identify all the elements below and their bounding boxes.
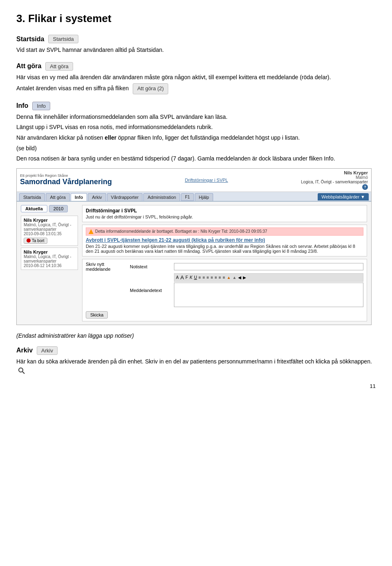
toolbar-align2[interactable]: ≡ xyxy=(203,275,205,280)
att-gora-count-badge: Att göra (2) xyxy=(133,83,168,94)
svpl-driftstorning-link[interactable]: Driftstörningar i SVPL xyxy=(185,178,228,183)
toolbar-list1[interactable]: ≡ xyxy=(211,275,213,280)
nav-tab-arkiv[interactable]: Arkiv xyxy=(88,193,106,201)
arkiv-description: Här kan du söka arkiverade ärenden på di… xyxy=(16,357,376,375)
nav-tab-administration[interactable]: Administration xyxy=(143,193,180,201)
nav-tab-hjalp[interactable]: Hjälp xyxy=(195,193,213,201)
info-text: Denna flik innehåller informationsmeddel… xyxy=(16,113,376,163)
att-gora-text: Här visas en vy med alla ärenden där anv… xyxy=(16,73,376,94)
svpl-nav: Startsida Att göra Info Arkiv Vårdrappor… xyxy=(17,192,371,202)
sidebar-detail-2: Malmö, Logica, IT, Övrigt - samverkanspa… xyxy=(24,254,75,263)
att-gora-desc1: Här visas en vy med alla ärenden där anv… xyxy=(16,73,376,82)
startsida-label: Startsida xyxy=(16,36,44,43)
message-title-1: Driftstörningar i SVPL xyxy=(86,208,363,214)
meddelandetext-textarea[interactable] xyxy=(174,283,363,307)
webbplatts-button[interactable]: Webbplatsåtgärder ▼ xyxy=(318,193,369,201)
att-gora-desc2: Antalet ärenden visas med en siffra på f… xyxy=(16,83,376,94)
toolbar-a[interactable]: A xyxy=(176,275,179,280)
toolbar-next[interactable]: ▶ xyxy=(243,275,246,280)
message-title-2[interactable]: Avbrott i SVPL-tjänsten helgen 21-22 aug… xyxy=(86,237,363,243)
toolbar-a-big[interactable]: A xyxy=(180,274,184,281)
toolbar-color1[interactable]: ▲ xyxy=(227,275,231,280)
svpl-sidebar: Aktuella 2010 Nils Kryger Malmö, Logica,… xyxy=(21,205,78,321)
info-italic-note: (Endast administratörer kan lägga upp no… xyxy=(16,332,376,339)
notistext-label: Notistext xyxy=(130,264,171,269)
toolbar-indent2[interactable]: ≡ xyxy=(223,275,225,280)
skicka-button[interactable]: Skicka xyxy=(86,311,108,319)
toolbar-align3[interactable]: ≡ xyxy=(207,275,209,280)
message-item-1: Driftstörningar i SVPL Just nu är det dr… xyxy=(82,205,367,222)
remove-icon-1 xyxy=(27,238,31,243)
svg-line-1 xyxy=(22,372,24,374)
info-section: Info Info Denna flik innehåller informat… xyxy=(16,102,376,339)
write-form-row2: Meddelandetext A A F K U ≡ ≡ ≡ xyxy=(86,273,363,308)
notistext-input[interactable] xyxy=(174,263,363,270)
startsida-description: Vid start av SVPL hamnar användaren allt… xyxy=(16,46,376,55)
svpl-screenshot: Ett projekt från Region Skåne Samordnad … xyxy=(16,168,372,325)
nav-tab-vardrapporter[interactable]: Vårdrapporter xyxy=(107,193,143,201)
help-icon[interactable]: ? xyxy=(362,184,368,190)
write-form-row1: Skriv nytt meddelande Notistext xyxy=(86,262,363,272)
info-desc4: (se bild) xyxy=(16,144,376,153)
deleted-notice-text: Detta informationsmeddelande är borttage… xyxy=(95,229,267,234)
remove-label-1: Ta bort xyxy=(32,238,45,243)
sidebar-date-2: 2010-08-12 14:10:36 xyxy=(24,263,75,268)
svpl-center-area: Driftstörningar i SVPL xyxy=(185,178,228,183)
toolbar-f[interactable]: F xyxy=(185,275,188,280)
svpl-user-area: Nils Kryger Malmö Logica, IT, Övrigt - s… xyxy=(301,170,368,190)
subtab-aktuella[interactable]: Aktuella xyxy=(21,205,47,212)
svpl-topbar: Ett projekt från Region Skåne Samordnad … xyxy=(17,169,371,192)
sidebar-date-1: 2010-09-08 13:01:35 xyxy=(24,232,75,236)
info-header: Info Info xyxy=(16,102,376,110)
info-desc2: Längst upp i SVPL visas en rosa notis, m… xyxy=(16,123,376,132)
svpl-user-location: Malmö xyxy=(301,175,368,180)
arkiv-label: Arkiv xyxy=(16,347,33,354)
write-section-label: Skriv nytt meddelande xyxy=(86,262,127,272)
sidebar-item-1: Nils Kryger Malmö, Logica, IT, Övrigt - … xyxy=(21,216,78,246)
meddelandetext-label: Meddelandetext xyxy=(130,288,171,293)
page-title: 3. Flikar i systemet xyxy=(16,12,376,25)
att-gora-header: Att göra Att göra xyxy=(16,62,376,71)
sidebar-detail-1: Malmö, Logica, IT, Övrigt - samverkanspa… xyxy=(24,223,75,232)
info-desc5: Den rosa notisen är bara synlig under en… xyxy=(16,154,376,163)
subtab-2010[interactable]: 2010 xyxy=(49,205,68,212)
toolbar-k[interactable]: K xyxy=(189,275,192,280)
arkiv-section: Arkiv Arkiv Här kan du söka arkiverade ä… xyxy=(16,346,376,375)
deleted-notice-2: Detta informationsmeddelande är borttage… xyxy=(86,227,363,236)
nav-tab-att-gora[interactable]: Att göra xyxy=(46,193,70,201)
svpl-subtabs: Aktuella 2010 xyxy=(21,205,78,212)
toolbar-u[interactable]: U xyxy=(194,275,197,280)
sidebar-item-2: Nils Kryger Malmö, Logica, IT, Övrigt - … xyxy=(21,247,78,270)
info-desc1: Denna flik innehåller informationsmeddel… xyxy=(16,113,376,122)
startsida-section: Startsida Startsida Vid start av SVPL ha… xyxy=(16,35,376,55)
svpl-logo-main: Samordnad Vårdplanering xyxy=(20,178,112,186)
info-label: Info xyxy=(16,102,28,109)
write-message-form: Skriv nytt meddelande Notistext Meddelan… xyxy=(82,259,367,321)
svpl-logo-top: Ett projekt från Region Skåne xyxy=(20,174,112,178)
search-icon xyxy=(18,367,25,374)
editor-toolbar: A A F K U ≡ ≡ ≡ ≡ ≡ ≡ ≡ xyxy=(174,273,363,282)
arkiv-header: Arkiv Arkiv xyxy=(16,346,376,355)
sidebar-sender-2: Nils Kryger xyxy=(24,250,75,254)
toolbar-indent1[interactable]: ≡ xyxy=(219,275,221,280)
svpl-main: Driftstörningar i SVPL Just nu är det dr… xyxy=(82,205,367,321)
svpl-user-org: Logica, IT, Övrigt - samverkansparter xyxy=(301,180,368,184)
toolbar-color2[interactable]: ▲ xyxy=(232,275,236,280)
message-body-1: Just nu är det driftstörningar i SVPL, f… xyxy=(86,214,363,219)
toolbar-align1[interactable]: ≡ xyxy=(198,275,201,280)
svpl-user-name: Nils Kryger xyxy=(301,170,368,175)
nav-tab-f1[interactable]: F1 xyxy=(181,193,194,201)
svpl-logo-area: Ett projekt från Region Skåne Samordnad … xyxy=(20,174,112,186)
page-number: 11 xyxy=(16,383,376,389)
nav-tab-info[interactable]: Info xyxy=(71,193,87,201)
info-tab-badge: Info xyxy=(32,102,50,110)
remove-button-1[interactable]: Ta bort xyxy=(24,238,47,244)
meddelandetext-area-wrapper: A A F K U ≡ ≡ ≡ ≡ ≡ ≡ ≡ xyxy=(174,273,363,308)
att-gora-section: Att göra Att göra Här visas en vy med al… xyxy=(16,62,376,94)
message-item-2: Detta informationsmeddelande är borttage… xyxy=(82,225,367,256)
att-gora-label: Att göra xyxy=(16,62,41,70)
nav-tab-startsida[interactable]: Startsida xyxy=(19,193,45,201)
startsida-header: Startsida Startsida xyxy=(16,35,376,43)
toolbar-prev[interactable]: ◀ xyxy=(238,275,241,280)
toolbar-list2[interactable]: ≡ xyxy=(215,275,217,280)
